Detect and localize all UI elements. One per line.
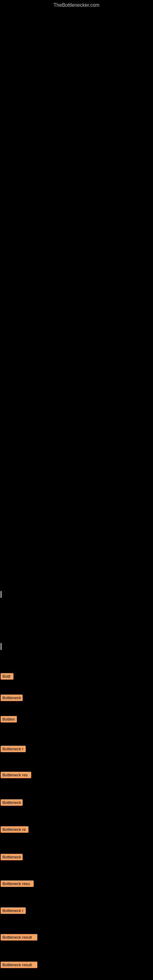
bottleneck-result-5[interactable]: Bottleneck res (1, 772, 31, 778)
cursor-line-1 (1, 591, 2, 598)
bottleneck-result-10[interactable]: Bottleneck r (1, 907, 26, 914)
bottleneck-result-9[interactable]: Bottleneck resu (1, 880, 33, 887)
bottleneck-result-6[interactable]: Bottleneck (1, 799, 22, 806)
bottleneck-result-12[interactable]: Bottleneck result (1, 962, 37, 968)
cursor-line-2 (1, 643, 2, 650)
page-container: TheBottlenecker.com Bottl Bottleneck Bot… (0, 0, 153, 980)
bottleneck-result-4[interactable]: Bottleneck r (1, 746, 26, 752)
bottleneck-result-2[interactable]: Bottleneck (1, 695, 22, 701)
bottleneck-result-3[interactable]: Bottlen (1, 716, 17, 722)
site-title: TheBottlenecker.com (0, 0, 153, 8)
bottleneck-result-8[interactable]: Bottleneck (1, 854, 22, 860)
bottleneck-result-7[interactable]: Bottleneck re (1, 826, 29, 833)
bottleneck-result-1[interactable]: Bottl (1, 673, 13, 679)
bottleneck-result-11[interactable]: Bottleneck result (1, 934, 37, 940)
